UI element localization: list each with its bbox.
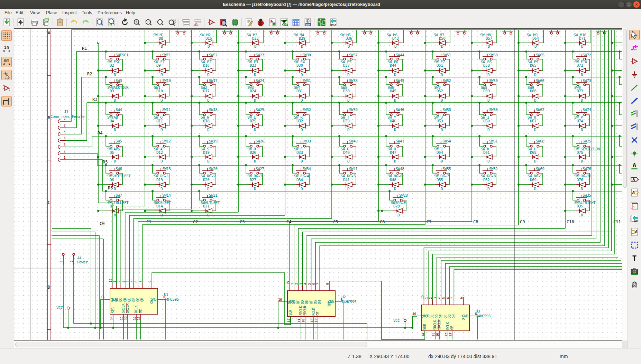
svg-text:D: D xyxy=(301,73,303,77)
place-bus-tool[interactable] xyxy=(629,95,640,106)
delete-tool[interactable] xyxy=(629,279,640,290)
global-label-tool[interactable]: A xyxy=(629,174,640,185)
erc-button[interactable] xyxy=(256,18,265,27)
units-mm-toggle[interactable]: mm xyxy=(1,57,12,67)
zoom-out-button[interactable] xyxy=(144,18,153,27)
toolbar-separator xyxy=(53,18,53,26)
highlight-net-tool[interactable] xyxy=(629,43,640,53)
net-label-tool[interactable]: A xyxy=(629,161,640,171)
svg-text:16: 16 xyxy=(278,298,282,301)
redo-button[interactable] xyxy=(81,18,90,27)
graphic-text-tool[interactable]: T xyxy=(629,253,640,263)
svg-text:D62: D62 xyxy=(483,178,489,182)
print-button[interactable] xyxy=(30,18,39,27)
toolbar-separator xyxy=(13,18,13,26)
update-fields-button[interactable] xyxy=(268,18,277,27)
symbol-fields-table-button[interactable] xyxy=(291,18,301,27)
vertical-scrollbar[interactable] xyxy=(622,28,628,340)
place-symbol-tool[interactable] xyxy=(629,56,640,66)
hv-wires-toggle[interactable] xyxy=(1,96,12,106)
menu-preferences[interactable]: Preferences xyxy=(95,9,124,17)
menu-help[interactable]: Help xyxy=(124,9,137,17)
vertical-scrollbar-thumb[interactable] xyxy=(623,29,627,188)
svg-text:C9: C9 xyxy=(520,220,525,224)
place-sheet-pin-tool[interactable]: A xyxy=(629,227,640,237)
no-connect-tool[interactable] xyxy=(629,135,640,145)
svg-text:12: 12 xyxy=(133,316,136,320)
leave-sheet-button[interactable] xyxy=(193,18,202,27)
graphic-line-tool[interactable] xyxy=(629,240,640,250)
plot-button[interactable] xyxy=(42,18,51,27)
svg-text:D32: D32 xyxy=(296,119,303,123)
select-cursor-tool[interactable] xyxy=(629,30,640,40)
annotate-button[interactable] xyxy=(244,18,254,27)
close-button[interactable]: ✕ xyxy=(633,1,640,8)
schematic-drawing[interactable]: ABCDR1R2R3R4R5R6C0C1C2C3C4C5C6C7C8C9C10C… xyxy=(14,29,622,341)
maximize-button[interactable]: □ xyxy=(625,1,632,8)
svg-text:5: 5 xyxy=(442,297,446,299)
paste-button[interactable] xyxy=(55,18,65,27)
symbol-fields-table-icon xyxy=(292,18,300,27)
zoom-fit-button[interactable] xyxy=(156,18,165,27)
menu-tools[interactable]: Tools xyxy=(80,9,94,17)
bus-to-bus-entry-tool[interactable] xyxy=(629,122,640,132)
save-button[interactable] xyxy=(2,18,11,27)
horizontal-scrollbar-thumb[interactable] xyxy=(15,342,367,347)
hierarchical-label-tool[interactable]: A xyxy=(629,187,640,198)
svg-text:4: 4 xyxy=(438,297,441,299)
bom-button[interactable]: $BOM xyxy=(303,18,312,27)
import-sheet-pin-tool[interactable]: AD xyxy=(629,214,640,224)
paste-icon xyxy=(56,18,64,27)
svg-text:5: 5 xyxy=(130,281,134,282)
svg-text:Conn_rows_Female: Conn_rows_Female xyxy=(51,114,84,119)
schematic-canvas[interactable]: ABCDR1R2R3R4R5R6C0C1C2C3C4C5C6C7C8C9C10C… xyxy=(14,28,622,340)
menu-file[interactable]: File xyxy=(2,9,14,17)
svg-text:SWF2: SWF2 xyxy=(209,53,218,57)
units-inch-toggle[interactable]: in xyxy=(1,44,12,54)
place-sheet-pin-icon: A xyxy=(630,227,639,236)
footprint-editor-button[interactable] xyxy=(230,18,240,27)
zoom-in-button[interactable] xyxy=(132,18,141,27)
menu-inspect[interactable]: Inspect xyxy=(60,9,79,17)
wire-to-bus-entry-tool[interactable] xyxy=(629,109,640,119)
find-button[interactable] xyxy=(95,18,104,27)
title-bar[interactable]: Eeschema — jzretrokeyboard [/] — /home/t… xyxy=(0,0,641,9)
hierarchical-sheet-tool[interactable] xyxy=(629,200,640,211)
hidden-pins-toggle[interactable] xyxy=(1,83,12,93)
svg-text:VCC: VCC xyxy=(423,314,429,318)
zoom-fit-icon xyxy=(156,18,165,27)
place-junction-tool[interactable] xyxy=(629,148,640,158)
svg-text:D: D xyxy=(394,128,396,132)
grid-toggle[interactable] xyxy=(1,30,12,41)
library-browser-button[interactable] xyxy=(219,18,228,27)
back-import-button[interactable]: BACK xyxy=(329,18,338,27)
menu-edit[interactable]: Edit xyxy=(13,9,25,17)
svg-text:SW69: SW69 xyxy=(536,167,544,171)
symbol-editor-button[interactable] xyxy=(207,18,216,27)
minimize-button[interactable]: – xyxy=(618,1,625,8)
svg-text:D: D xyxy=(581,213,583,217)
cursor-shape-toggle[interactable] xyxy=(1,70,12,80)
place-image-tool[interactable] xyxy=(629,266,640,277)
svg-text:D: D xyxy=(441,44,443,49)
menu-place[interactable]: Place xyxy=(44,9,59,17)
svg-text:SWESC1: SWESC1 xyxy=(116,53,128,57)
svg-text:D73: D73 xyxy=(577,89,583,93)
svg-text:D25: D25 xyxy=(250,119,256,123)
page-settings-button[interactable] xyxy=(16,18,25,27)
undo-button[interactable] xyxy=(69,18,79,27)
zoom-selection-button[interactable] xyxy=(167,18,177,27)
navigate-hierarchy-button[interactable] xyxy=(181,18,191,27)
svg-text:D74: D74 xyxy=(577,119,583,123)
find-replace-button[interactable] xyxy=(107,18,116,27)
svg-text:9: 9 xyxy=(326,283,329,285)
place-power-tool[interactable] xyxy=(629,69,640,80)
pcbnew-button[interactable] xyxy=(317,18,326,27)
menu-view[interactable]: View xyxy=(28,9,42,17)
horizontal-scrollbar[interactable] xyxy=(14,340,622,348)
place-wire-tool[interactable] xyxy=(629,82,640,93)
navigate-hierarchy-icon xyxy=(182,18,190,27)
units-inch-icon: in xyxy=(2,44,11,53)
refresh-button[interactable] xyxy=(120,18,130,27)
netlist-button[interactable]: NET xyxy=(280,18,289,27)
